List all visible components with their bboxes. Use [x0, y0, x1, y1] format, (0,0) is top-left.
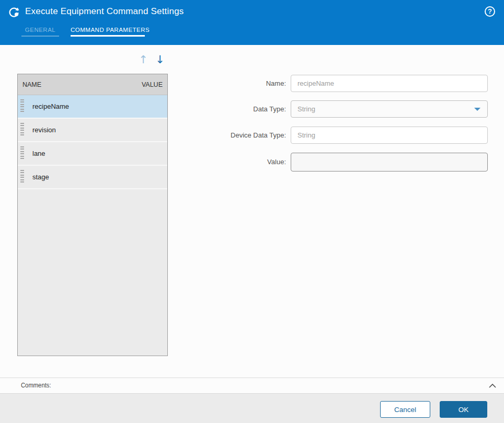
help-icon[interactable]: ? [485, 6, 495, 17]
device-data-type-label: Device Data Type: [214, 131, 286, 139]
arrow-up-icon: ↑ [139, 53, 148, 66]
comments-bar: Comments: [0, 378, 504, 394]
row-name-cell: recipeName [32, 102, 69, 110]
column-header-name: NAME [22, 81, 41, 88]
name-field [291, 75, 488, 92]
name-label: Name: [214, 79, 286, 87]
chevron-down-icon [474, 108, 480, 111]
table-row-recipename[interactable]: recipeName [18, 95, 167, 119]
cancel-button[interactable]: Cancel [380, 401, 430, 418]
parameters-table: NAME VALUE recipeName revision lane stag… [17, 74, 168, 356]
table-row-lane[interactable]: lane [18, 142, 167, 166]
move-down-button[interactable]: ↓ [154, 53, 166, 66]
move-up-button[interactable]: ↑ [137, 53, 150, 66]
table-row-revision[interactable]: revision [18, 119, 167, 142]
arrow-down-icon: ↓ [155, 53, 165, 66]
comments-label: Comments: [21, 382, 51, 389]
table-row-stage[interactable]: stage [18, 166, 167, 189]
drag-handle-icon[interactable] [20, 99, 24, 113]
data-type-label: Data Type: [214, 105, 286, 113]
value-label: Value: [214, 158, 286, 166]
column-header-value: VALUE [142, 81, 163, 88]
row-name-cell: lane [32, 150, 45, 157]
row-name-cell: revision [32, 126, 56, 134]
row-name-cell: stage [32, 173, 49, 181]
data-type-select[interactable]: String [291, 100, 488, 118]
device-data-type-field [291, 127, 488, 144]
table-header-row: NAME VALUE [18, 74, 167, 95]
ok-button[interactable]: OK [440, 401, 487, 418]
chevron-up-icon [488, 382, 497, 390]
execute-command-icon [8, 6, 20, 18]
tab-command-parameters[interactable]: COMMAND PARAMETERS [71, 25, 145, 37]
dialog-execute-equipment-command-settings: Execute Equipment Command Settings ? GEN… [0, 0, 504, 423]
dialog-title: Execute Equipment Command Settings [25, 6, 184, 17]
data-type-selected-value: String [297, 105, 315, 113]
drag-handle-icon[interactable] [20, 146, 24, 161]
collapse-comments-button[interactable] [488, 382, 497, 390]
dialog-footer: Cancel OK [0, 394, 504, 423]
value-field[interactable] [291, 153, 488, 172]
dialog-header: Execute Equipment Command Settings ? GEN… [0, 0, 504, 45]
tab-general[interactable]: GENERAL [21, 25, 59, 37]
drag-handle-icon[interactable] [20, 170, 24, 184]
drag-handle-icon[interactable] [20, 123, 24, 137]
